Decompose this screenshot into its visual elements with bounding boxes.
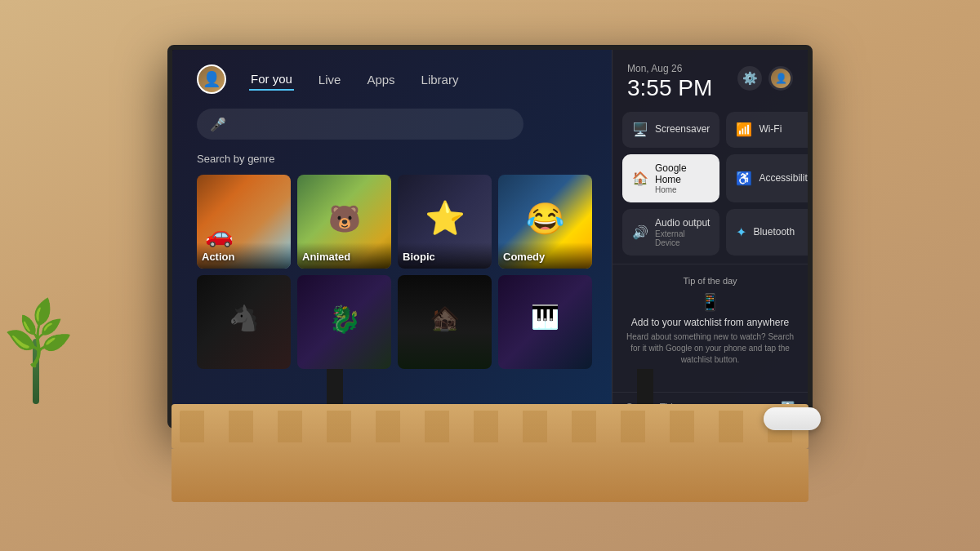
plant-decoration [16,241,82,404]
qs-time: 3:55 PM [627,74,712,102]
qs-tile-bluetooth[interactable]: ✦ Bluetooth [726,209,808,255]
settings-button[interactable]: ⚙️ [737,66,762,91]
genre-card-horror[interactable] [197,275,291,369]
tv-stand [172,404,808,502]
genre-animated-overlay: Animated [297,242,391,269]
qs-tile-wifi-label: Wi-Fi [759,123,782,135]
genre-dark-house-bg [398,275,492,369]
qs-tile-wifi[interactable]: 📶 Wi-Fi [726,112,808,148]
qs-tile-google-home-sub: Home [655,185,710,194]
genre-biopic-label: Biopic [403,251,435,263]
qs-tip-section: Tip of the day 📱 Add to your watchlist f… [612,264,808,374]
accessibility-icon: ♿ [736,171,752,186]
avatar[interactable] [197,64,226,94]
qs-tile-bluetooth-text: Bluetooth [753,226,795,238]
qs-tip-icon: 📱 [626,292,795,312]
genre-card-biopic[interactable]: Biopic [398,175,492,269]
qs-tile-audio-sub: External Device [655,229,710,247]
genre-dragon-bg [297,275,391,369]
qs-tile-accessibility[interactable]: ♿ Accessibility [726,154,808,203]
quick-settings-panel: Mon, Aug 26 3:55 PM ⚙️ 👤 🖥️ [612,50,808,424]
nav-item-apps[interactable]: Apps [365,69,396,90]
qs-datetime: Mon, Aug 26 3:55 PM [627,63,712,102]
tv-stand-top [172,404,808,449]
qs-header-icons: ⚙️ 👤 [737,66,793,91]
qs-tip-desc: Heard about something new to watch? Sear… [626,331,795,366]
qs-tile-accessibility-label: Accessibility [759,172,808,184]
qs-tile-accessibility-text: Accessibility [759,172,808,184]
profile-button[interactable]: 👤 [768,66,793,91]
google-home-icon: 🏠 [632,171,648,186]
google-tv-ui: For you Live Apps Library 🎤 Search by ge… [172,50,808,424]
qs-tip-title: Tip of the day [626,276,795,286]
genre-biopic-overlay: Biopic [398,242,492,269]
genre-card-animated[interactable]: Animated [297,175,391,269]
qs-tile-google-home-label: Google Home [655,162,710,186]
qs-tile-screensaver-text: Screensaver [655,123,710,135]
nav-items: For you Live Apps Library [249,69,460,91]
qs-tile-bluetooth-label: Bluetooth [753,226,795,238]
nav-item-library[interactable]: Library [420,69,461,90]
genre-action-label: Action [202,251,234,263]
genre-concert-bg [498,275,592,369]
nav-item-live[interactable]: Live [317,69,343,90]
genre-animated-label: Animated [302,251,350,263]
genre-card-dragon[interactable] [297,275,391,369]
genre-card-action[interactable]: Action [197,175,291,269]
genre-card-dark-house[interactable] [398,275,492,369]
nav-item-for-you[interactable]: For you [249,69,294,91]
screensaver-icon: 🖥️ [632,122,648,137]
genre-comedy-label: Comedy [503,251,545,263]
tv-screen: For you Live Apps Library 🎤 Search by ge… [172,50,808,424]
wifi-icon: 📶 [736,122,752,137]
search-bar[interactable]: 🎤 [197,109,523,140]
qs-tile-screensaver[interactable]: 🖥️ Screensaver [622,112,719,148]
qs-tile-screensaver-label: Screensaver [655,123,710,135]
genre-card-comedy[interactable]: Comedy [498,175,592,269]
audio-output-icon: 🔊 [632,224,648,240]
qs-tile-wifi-text: Wi-Fi [759,123,782,135]
genre-comedy-overlay: Comedy [498,242,592,269]
google-assistant-icon: 🎤 [210,117,226,132]
qs-tile-audio[interactable]: 🔊 Audio output External Device [622,209,719,255]
tv-stand-base [172,449,808,502]
genre-card-concert[interactable] [498,275,592,369]
qs-tiles-grid: 🖥️ Screensaver 📶 Wi-Fi 🏠 [612,112,808,256]
qs-tile-google-home-text: Google Home Home [655,162,710,195]
genre-horror-bg [197,275,291,369]
genre-action-overlay: Action [197,242,291,269]
bluetooth-icon: ✦ [736,224,746,240]
qs-date: Mon, Aug 26 [627,63,712,74]
qs-header: Mon, Aug 26 3:55 PM ⚙️ 👤 [612,50,808,112]
router-device [764,407,821,430]
qs-tile-audio-label: Audio output [655,217,710,229]
qs-tile-audio-text: Audio output External Device [655,217,710,247]
qs-tip-main: Add to your watchlist from anywhere [626,317,795,328]
qs-tile-google-home[interactable]: 🏠 Google Home Home [622,154,719,203]
